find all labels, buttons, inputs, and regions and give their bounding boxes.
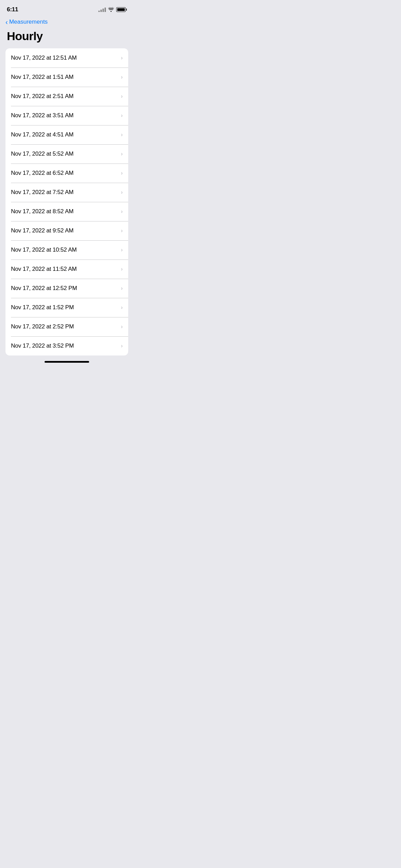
status-bar: 6:11 [0, 0, 134, 17]
list-item[interactable]: Nov 17, 2022 at 4:51 AM› [5, 125, 128, 144]
list-item-label: Nov 17, 2022 at 1:52 PM [11, 304, 74, 311]
chevron-right-icon: › [121, 132, 123, 137]
list-item-label: Nov 17, 2022 at 9:52 AM [11, 227, 74, 234]
chevron-right-icon: › [121, 170, 123, 176]
chevron-right-icon: › [121, 266, 123, 272]
list-item-label: Nov 17, 2022 at 11:52 AM [11, 266, 77, 273]
wifi-icon [108, 7, 114, 12]
list-item-label: Nov 17, 2022 at 12:51 AM [11, 55, 77, 61]
list-item-label: Nov 17, 2022 at 5:52 AM [11, 150, 74, 157]
list-item-label: Nov 17, 2022 at 4:51 AM [11, 131, 74, 138]
list-item[interactable]: Nov 17, 2022 at 2:51 AM› [5, 87, 128, 106]
list-item-label: Nov 17, 2022 at 8:52 AM [11, 208, 74, 215]
list-item-label: Nov 17, 2022 at 12:52 PM [11, 285, 77, 292]
battery-icon [116, 7, 127, 12]
chevron-right-icon: › [121, 228, 123, 233]
list-item-label: Nov 17, 2022 at 3:51 AM [11, 112, 74, 119]
list-item[interactable]: Nov 17, 2022 at 6:52 AM› [5, 164, 128, 183]
status-time: 6:11 [7, 6, 18, 13]
list-item[interactable]: Nov 17, 2022 at 12:51 AM› [5, 48, 128, 68]
list-item[interactable]: Nov 17, 2022 at 12:52 PM› [5, 279, 128, 298]
list-item-label: Nov 17, 2022 at 7:52 AM [11, 189, 74, 196]
chevron-right-icon: › [121, 343, 123, 349]
list-item-label: Nov 17, 2022 at 3:52 PM [11, 342, 74, 349]
list-item-label: Nov 17, 2022 at 2:51 AM [11, 93, 74, 100]
list-item-label: Nov 17, 2022 at 2:52 PM [11, 323, 74, 330]
page-title-container: Hourly [0, 28, 134, 48]
signal-icon [98, 8, 106, 12]
chevron-right-icon: › [121, 286, 123, 291]
list-item[interactable]: Nov 17, 2022 at 3:51 AM› [5, 106, 128, 125]
back-label: Measurements [9, 19, 48, 25]
back-chevron-icon: ‹ [5, 19, 8, 25]
chevron-right-icon: › [121, 74, 123, 80]
chevron-right-icon: › [121, 55, 123, 61]
list-item[interactable]: Nov 17, 2022 at 2:52 PM› [5, 317, 128, 336]
chevron-right-icon: › [121, 151, 123, 157]
list-item[interactable]: Nov 17, 2022 at 11:52 AM› [5, 260, 128, 279]
list-item[interactable]: Nov 17, 2022 at 8:52 AM› [5, 202, 128, 221]
back-button[interactable]: ‹ Measurements [5, 19, 48, 25]
page-title: Hourly [7, 29, 127, 43]
list-item[interactable]: Nov 17, 2022 at 7:52 AM› [5, 183, 128, 202]
list-item-label: Nov 17, 2022 at 1:51 AM [11, 74, 74, 81]
list-item[interactable]: Nov 17, 2022 at 1:51 AM› [5, 68, 128, 87]
list-item-label: Nov 17, 2022 at 10:52 AM [11, 246, 77, 253]
chevron-right-icon: › [121, 209, 123, 214]
nav-bar: ‹ Measurements [0, 17, 134, 28]
list-item[interactable]: Nov 17, 2022 at 5:52 AM› [5, 144, 128, 164]
chevron-right-icon: › [121, 94, 123, 99]
chevron-right-icon: › [121, 305, 123, 310]
list-item[interactable]: Nov 17, 2022 at 10:52 AM› [5, 240, 128, 260]
chevron-right-icon: › [121, 324, 123, 329]
chevron-right-icon: › [121, 247, 123, 253]
list-item[interactable]: Nov 17, 2022 at 1:52 PM› [5, 298, 128, 317]
home-indicator [45, 361, 89, 363]
status-icons [98, 7, 127, 12]
chevron-right-icon: › [121, 190, 123, 195]
list-item[interactable]: Nov 17, 2022 at 3:52 PM› [5, 336, 128, 355]
hourly-list: Nov 17, 2022 at 12:51 AM›Nov 17, 2022 at… [5, 48, 128, 355]
list-item[interactable]: Nov 17, 2022 at 9:52 AM› [5, 221, 128, 240]
chevron-right-icon: › [121, 113, 123, 118]
list-item-label: Nov 17, 2022 at 6:52 AM [11, 170, 74, 177]
